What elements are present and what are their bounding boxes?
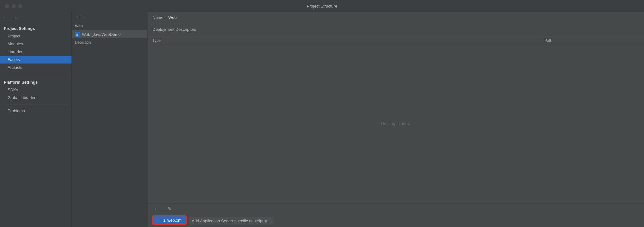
col-path-header: Path	[544, 38, 639, 43]
window-title: Project Structure	[307, 4, 337, 8]
col-type-header: Type	[152, 38, 539, 43]
svg-text:W: W	[76, 33, 78, 36]
sidebar-item-facets[interactable]: Facets	[0, 56, 72, 64]
remove-descriptor-button[interactable]: −	[159, 206, 164, 213]
table-empty-message: Nothing to show	[147, 44, 644, 203]
remove-facet-button[interactable]: −	[81, 14, 86, 21]
title-bar: Project Structure	[0, 0, 644, 12]
edit-descriptor-button[interactable]: ✎	[166, 205, 173, 213]
name-value: Web	[168, 15, 177, 20]
maximize-button[interactable]	[18, 4, 22, 8]
web-xml-menu-item[interactable]: ⊙ 1 web.xml	[152, 216, 186, 224]
middle-section-label: Web	[72, 23, 147, 30]
add-server-descriptor-item[interactable]: Add Application Server specific descript…	[189, 217, 273, 224]
table-header: Type Path	[147, 37, 644, 44]
forward-button[interactable]: →	[12, 15, 17, 21]
sidebar-item-sdks[interactable]: SDKs	[0, 86, 72, 94]
main-layout: ← → Project Settings Project Modules Lib…	[0, 12, 644, 227]
platform-settings-heading: Platform Settings	[0, 77, 72, 86]
dropdown-area: ⊙ 1 web.xml Add Application Server speci…	[147, 214, 644, 227]
sidebar-item-libraries[interactable]: Libraries	[0, 48, 72, 56]
middle-panel: + − Web W Web (JavaWebDemo Detection	[72, 12, 147, 227]
sidebar-item-global-libraries[interactable]: Global Libraries	[0, 94, 72, 102]
sidebar-divider-2	[4, 104, 68, 104]
left-sidebar: ← → Project Settings Project Modules Lib…	[0, 12, 72, 227]
minimize-button[interactable]	[12, 4, 16, 8]
sidebar-item-modules[interactable]: Modules	[0, 40, 72, 48]
nav-bar: ← →	[0, 13, 72, 23]
sidebar-item-artifacts[interactable]: Artifacts	[0, 64, 72, 71]
name-header: Name: Web	[147, 12, 644, 23]
detection-label: Detection	[72, 38, 147, 47]
bottom-toolbar: + − ✎	[147, 203, 644, 214]
web-xml-icon: ⊙	[156, 218, 161, 223]
add-facet-button[interactable]: +	[74, 14, 80, 21]
deployment-descriptors-title: Deployment Descriptors	[152, 27, 639, 32]
close-button[interactable]	[5, 4, 9, 8]
sidebar-item-project[interactable]: Project	[0, 32, 72, 40]
name-label: Name:	[152, 15, 164, 20]
deployment-descriptors-section: Deployment Descriptors	[147, 23, 644, 37]
web-xml-label: web.xml	[167, 218, 182, 223]
sidebar-item-problems[interactable]: Problems	[0, 107, 72, 115]
back-button[interactable]: ←	[3, 15, 8, 21]
web-facet-icon: W	[75, 32, 80, 37]
web-xml-number: 1	[163, 218, 165, 223]
col-divider	[542, 38, 542, 43]
svg-text:⊙: ⊙	[157, 219, 159, 222]
facet-item-web[interactable]: W Web (JavaWebDemo	[72, 30, 147, 38]
project-settings-heading: Project Settings	[0, 23, 72, 32]
content-area: Name: Web Deployment Descriptors Type Pa…	[147, 12, 644, 227]
traffic-lights	[5, 4, 22, 8]
add-descriptor-button[interactable]: +	[152, 206, 158, 213]
middle-toolbar: + −	[72, 12, 147, 23]
sidebar-divider	[4, 74, 68, 74]
